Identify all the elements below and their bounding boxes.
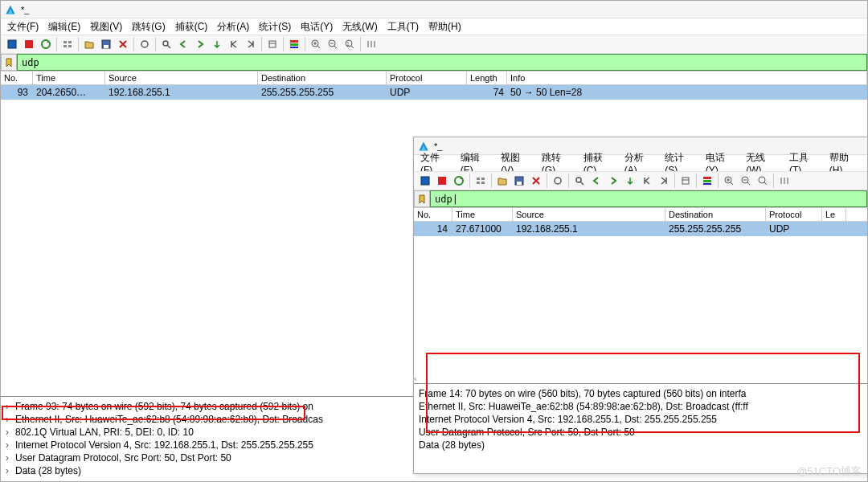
toolbar-zoom-out-icon[interactable] <box>738 173 754 189</box>
menu-telephony[interactable]: 电话(Y) <box>301 20 333 34</box>
toolbar-goto-last-icon[interactable] <box>656 173 672 189</box>
svg-rect-31 <box>438 177 446 185</box>
cell-source: 192.168.255.1 <box>513 222 665 236</box>
col-proto[interactable]: Protocol <box>387 71 467 84</box>
toolbar-reload-icon[interactable] <box>550 173 566 189</box>
menu-wireless[interactable]: 无线(W) <box>342 20 377 34</box>
expand-icon[interactable]: › <box>6 439 15 451</box>
menu-analyze[interactable]: 分析(A) <box>217 20 249 34</box>
toolbar-back-icon[interactable] <box>588 173 604 189</box>
toolbar-resize-cols-icon[interactable] <box>776 173 792 189</box>
toolbar-zoom-reset-icon[interactable] <box>755 173 771 189</box>
menu-goto[interactable]: 跳转(G) <box>132 20 165 34</box>
col-source[interactable]: Source <box>513 208 665 221</box>
toolbar-options-icon[interactable] <box>473 173 489 189</box>
toolbar-zoom-out-icon[interactable] <box>325 36 341 52</box>
toolbar-resize-cols-icon[interactable] <box>363 36 379 52</box>
col-info[interactable]: Info <box>507 71 867 84</box>
toolbar-restart-icon[interactable] <box>38 36 54 52</box>
detail-frame[interactable]: Frame 14: 70 bytes on wire (560 bits), 7… <box>419 388 747 399</box>
detail-data[interactable]: Data (28 bytes) <box>419 439 485 451</box>
detail-frame[interactable]: Frame 93: 74 bytes on wire (592 bits), 7… <box>15 401 313 412</box>
toolbar-forward-icon[interactable] <box>192 36 208 52</box>
toolbar-zoom-in-icon[interactable] <box>721 173 737 189</box>
toolbar-zoom-in-icon[interactable] <box>308 36 324 52</box>
packet-row[interactable]: 93 204.2650… 192.168.255.1 255.255.255.2… <box>1 85 867 100</box>
col-time[interactable]: Time <box>452 208 513 221</box>
detail-ip[interactable]: Internet Protocol Version 4, Src: 192.16… <box>419 414 717 425</box>
toolbar-auto-scroll-icon[interactable] <box>678 173 694 189</box>
detail-vlan[interactable]: 802.1Q Virtual LAN, PRI: 5, DEI: 0, ID: … <box>15 427 194 438</box>
expand-icon[interactable]: › <box>6 413 15 426</box>
svg-rect-46 <box>703 183 711 185</box>
toolbar-restart-icon[interactable] <box>451 173 467 189</box>
col-len[interactable]: Length <box>467 71 507 84</box>
menu-file[interactable]: 文件(F) <box>7 20 39 34</box>
toolbar-goto-first-icon[interactable] <box>639 173 655 189</box>
toolbar-find-icon[interactable] <box>158 36 174 52</box>
display-filter-input[interactable] <box>17 54 867 71</box>
packet-details[interactable]: Frame 14: 70 bytes on wire (560 bits), 7… <box>414 383 867 473</box>
col-no[interactable]: No. <box>1 71 33 84</box>
toolbar-zoom-reset-icon[interactable]: 1 <box>342 36 358 52</box>
toolbar-open-icon[interactable] <box>81 36 97 52</box>
detail-udp[interactable]: User Datagram Protocol, Src Port: 50, Ds… <box>15 452 231 464</box>
menu-stats[interactable]: 统计(S) <box>259 20 291 34</box>
toolbar-forward-icon[interactable] <box>605 173 621 189</box>
toolbar-stop-icon[interactable] <box>21 36 37 52</box>
svg-rect-3 <box>63 41 67 43</box>
detail-data[interactable]: Data (28 bytes) <box>15 465 81 476</box>
col-dest[interactable]: Destination <box>258 71 387 84</box>
wireshark-window-2: *_ 文件(F) 编辑(E) 视图(V) 跳转(G) 捕获(C) 分析(A) 统… <box>413 137 868 474</box>
expand-icon[interactable]: › <box>6 451 15 464</box>
toolbar-colorize-icon[interactable] <box>699 173 715 189</box>
menu-tools[interactable]: 工具(T) <box>387 20 419 34</box>
bookmark-icon[interactable] <box>414 190 430 207</box>
toolbar-save-icon[interactable] <box>98 36 114 52</box>
toolbar-close-icon[interactable] <box>115 36 131 52</box>
col-dest[interactable]: Destination <box>665 208 766 221</box>
toolbar-open-icon[interactable] <box>494 173 510 189</box>
titlebar[interactable]: *_ <box>1 1 867 18</box>
toolbar-reload-icon[interactable] <box>137 36 153 52</box>
menu-capture[interactable]: 捕获(C) <box>175 20 208 34</box>
toolbar-options-icon[interactable] <box>59 36 76 52</box>
detail-udp[interactable]: User Datagram Protocol, Src Port: 50, Ds… <box>419 427 635 438</box>
toolbar-start-icon[interactable] <box>4 36 20 52</box>
expand-icon[interactable]: › <box>6 464 15 477</box>
detail-ip[interactable]: Internet Protocol Version 4, Src: 192.16… <box>15 439 313 451</box>
detail-eth[interactable]: Ethernet II, Src: HuaweiTe_ae:62:b8 (54:… <box>419 401 748 412</box>
toolbar-colorize-icon[interactable] <box>286 36 302 52</box>
toolbar-stop-icon[interactable] <box>434 173 450 189</box>
expand-icon[interactable]: › <box>6 426 15 439</box>
toolbar-find-icon[interactable] <box>571 173 588 189</box>
packet-list: No. Time Source Destination Protocol Len… <box>1 71 867 100</box>
menu-edit[interactable]: 编辑(E) <box>48 20 80 34</box>
col-source[interactable]: Source <box>105 71 258 84</box>
toolbar-start-icon[interactable] <box>417 173 433 189</box>
menu-help[interactable]: 帮助(H) <box>428 20 461 34</box>
col-proto[interactable]: Protocol <box>766 208 822 221</box>
toolbar-close-icon[interactable] <box>528 173 544 189</box>
splitter-handle[interactable]: ‹ <box>414 374 417 383</box>
toolbar-save-icon[interactable] <box>511 173 527 189</box>
toolbar-jump-icon[interactable] <box>622 173 638 189</box>
toolbar-goto-first-icon[interactable] <box>226 36 242 52</box>
toolbar-goto-last-icon[interactable] <box>243 36 259 52</box>
svg-line-48 <box>731 182 733 185</box>
bookmark-icon[interactable] <box>1 54 17 71</box>
detail-eth[interactable]: Ethernet II, Src: HuaweiTe_ae:62:b8 (54:… <box>15 414 323 425</box>
cell-info: 50 → 50 Len=28 <box>507 85 867 100</box>
display-filter-input[interactable] <box>430 190 867 207</box>
svg-rect-33 <box>477 178 480 180</box>
col-len[interactable]: Le <box>822 208 846 221</box>
toolbar-auto-scroll-icon[interactable] <box>264 36 280 52</box>
toolbar-jump-icon[interactable] <box>209 36 225 52</box>
col-time[interactable]: Time <box>33 71 105 84</box>
expand-icon[interactable]: › <box>6 400 15 413</box>
col-no[interactable]: No. <box>414 208 452 221</box>
toolbar-back-icon[interactable] <box>175 36 191 52</box>
packet-row[interactable]: 14 27.671000 192.168.255.1 255.255.255.2… <box>414 222 867 236</box>
svg-rect-12 <box>269 41 276 47</box>
menu-view[interactable]: 视图(V) <box>90 20 122 34</box>
